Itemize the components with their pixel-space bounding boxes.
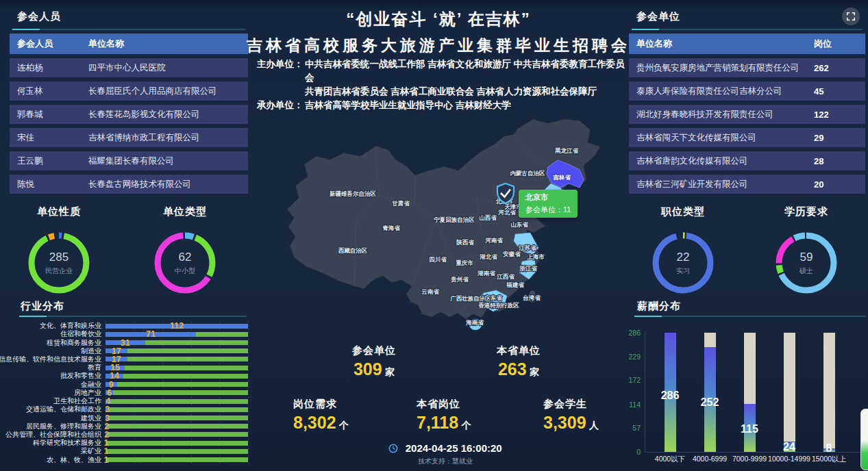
map-label: 江西省 <box>496 273 515 280</box>
footer-time: 2024-04-25 16:00:20 <box>406 442 502 454</box>
industry-bar[interactable]: 17 <box>106 348 248 353</box>
donut-label: 硕士 <box>799 266 813 276</box>
stat-job-demand: 岗位需求 8,302 个 <box>293 398 349 433</box>
map-label: 海南省 <box>465 319 484 326</box>
industry-bar[interactable]: 15 <box>106 366 248 370</box>
industry-label: 农、林、牧、渔业 <box>1 455 106 465</box>
stat-label: 参会学生 <box>543 398 599 411</box>
industry-bar[interactable]: 1 <box>106 449 248 454</box>
donut-title: 单位类型 <box>144 205 226 218</box>
donut-education: 学历要求 59 硕士 <box>765 205 847 297</box>
donut-label: 实习 <box>676 266 690 276</box>
table-row[interactable]: 陈悦长春盘古网络技术有限公司 <box>10 175 248 194</box>
table-row[interactable]: 连柏杨四平市中心人民医院 <box>10 58 248 77</box>
table-row[interactable]: 何玉林长春屈臣氏个人用品商店有限公司 <box>10 81 248 101</box>
donut-value: 285 <box>49 251 69 264</box>
donut-position-type: 职位类型 22 实习 <box>642 205 724 297</box>
industry-bar[interactable]: 1 <box>106 457 248 462</box>
stat-unit: 个 <box>462 420 471 431</box>
table-cell: 陈悦 <box>10 179 81 190</box>
industry-bar[interactable]: 2 <box>106 432 248 437</box>
map-label: 青海省 <box>382 225 401 231</box>
industry-value: 71 <box>146 329 156 339</box>
host-line1: 中共吉林省委统一战线工作部 吉林省文化和旅游厅 中共吉林省委教育工作委员会 <box>305 58 630 85</box>
footer-support: 技术支持：慧就业 <box>343 457 548 466</box>
map-label: 重庆市 <box>456 259 473 266</box>
visual-map-slider[interactable] <box>860 409 868 470</box>
table-cell: 泰康人寿保险有限责任公司吉林分公司 <box>629 86 806 97</box>
table-cell: 贵州负氧安康房地产营销策划有限责任公司 <box>629 62 806 74</box>
participants-table: 参会人员单位名称连柏杨四平市中心人民医院何玉林长春屈臣氏个人用品商店有限公司郭春… <box>10 34 248 194</box>
industry-bar[interactable]: 17 <box>106 357 248 361</box>
map-label: 江苏省 <box>518 244 537 251</box>
map-label: 甘肃省 <box>391 200 410 207</box>
china-map[interactable]: 黑龙江省内蒙古自治区吉林省新疆维吾尔自治区甘肃省青海省西藏自治区宁夏回族自治区山… <box>274 116 617 342</box>
table-cell: 连柏杨 <box>10 62 81 74</box>
stat-province-jobs: 本省岗位 7,118 个 <box>417 398 471 433</box>
stat-unit: 个 <box>339 420 349 431</box>
map-label: 河南省 <box>484 237 504 244</box>
y-axis-tick: 0 <box>620 448 641 456</box>
industry-bar[interactable]: 3 <box>106 416 248 420</box>
map-label: 西藏自治区 <box>338 247 368 254</box>
stat-label: 参会单位 <box>333 344 415 357</box>
table-cell: 20 <box>806 179 865 190</box>
map-label: 贵州省 <box>450 276 469 283</box>
industry-bar[interactable]: 112 <box>106 324 248 329</box>
table-row[interactable]: 宋佳吉林省博纳市政工程有限公司 <box>10 128 248 147</box>
map-label: 新疆维吾尔自治区 <box>329 190 377 197</box>
map-label: 台湾省 <box>523 294 541 301</box>
hosts-block: 主办单位： 中共吉林省委统一战线工作部 吉林省文化和旅游厅 中共吉林省委教育工作… <box>257 58 630 112</box>
column-header: 单位名称 <box>629 38 806 50</box>
stat-value: 7,118 <box>417 413 458 432</box>
column-header: 岗位 <box>806 38 865 50</box>
table-header: 单位名称岗位 <box>629 34 865 54</box>
industry-bar[interactable]: 1 <box>106 441 248 446</box>
map-label: 陕西省 <box>456 239 475 246</box>
title-underline <box>19 316 247 317</box>
industry-bar[interactable]: 2 <box>106 424 248 429</box>
table-row[interactable]: 湖北好身春晓科技开发有限责任公司122 <box>629 105 865 124</box>
table-cell: 122 <box>806 110 865 120</box>
donut-unit-type: 单位类型 62 中小型 <box>144 205 226 297</box>
fullscreen-button[interactable] <box>842 8 860 25</box>
table-row[interactable]: 王云鹏福耀集团长春有限公司 <box>10 151 248 170</box>
map-label: 内蒙古自治区 <box>510 170 546 177</box>
map-label: 湖南省 <box>477 270 496 277</box>
table-cell: 何玉林 <box>10 86 81 97</box>
industry-bar[interactable]: 31 <box>106 340 248 345</box>
y-axis-tick: 286 <box>620 329 641 337</box>
table-row[interactable]: 吉林省闯天下文化传媒有限公司29 <box>629 128 865 147</box>
donut-label: 中小型 <box>175 266 195 276</box>
column-header: 单位名称 <box>81 38 248 50</box>
tooltip-city: 北京市 <box>525 192 571 203</box>
map-label: 山东省 <box>510 221 529 228</box>
fullscreen-icon <box>846 12 856 21</box>
stat-value: 8,302 <box>293 413 336 432</box>
salary-bar-track <box>784 333 795 452</box>
industry-bar[interactable]: 71 <box>106 332 248 337</box>
stat-unit: 家 <box>530 366 539 377</box>
map-label: 宁夏回族自治区 <box>434 216 475 223</box>
table-row[interactable]: 郭春城长春莲花岛影视文化有限公司 <box>10 105 248 124</box>
industry-bar[interactable]: 14 <box>106 374 248 379</box>
industry-bar[interactable]: 6 <box>106 390 248 395</box>
industry-bar[interactable]: 9 <box>106 382 248 387</box>
table-cell: 28 <box>806 156 865 166</box>
salary-value: 286 <box>661 390 680 402</box>
table-row[interactable]: 吉林省三河矿业开发有限公司20 <box>629 175 865 194</box>
table-row[interactable]: 贵州负氧安康房地产营销策划有限责任公司262 <box>629 58 865 77</box>
x-axis-label: 4000-6999 <box>693 455 727 463</box>
y-axis-line <box>645 333 645 452</box>
companies-panel: 参会单位 单位名称岗位贵州负氧安康房地产营销策划有限责任公司262泰康人寿保险有… <box>629 5 865 194</box>
industry-bar[interactable]: 4 <box>106 399 248 404</box>
salary-value: 252 <box>701 396 719 409</box>
donut-title: 学历要求 <box>765 205 847 218</box>
table-row[interactable]: 泰康人寿保险有限责任公司吉林分公司45 <box>629 81 865 101</box>
page-title: “创业奋斗 ‘就’ 在吉林” <box>233 8 644 30</box>
table-row[interactable]: 吉林省唐韵文化传媒有限公司28 <box>629 151 865 170</box>
x-axis-label: 15000以上 <box>812 455 846 464</box>
donut-label: 民营企业 <box>45 266 73 276</box>
industry-bar[interactable]: 3 <box>106 407 248 412</box>
industry-chart: 文化、体育和娱乐业112住宿和餐饮业71租赁和商务服务业31制造业17信息传输、… <box>1 322 248 464</box>
